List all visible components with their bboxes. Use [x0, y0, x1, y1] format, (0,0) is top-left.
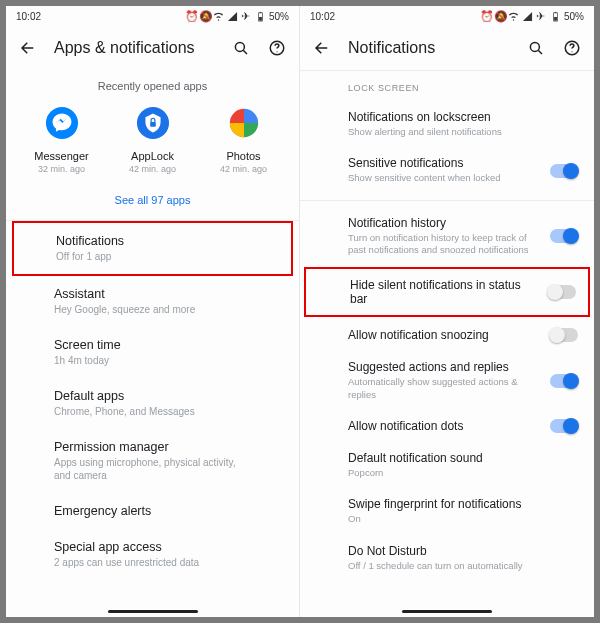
row-label: Special app access: [54, 540, 251, 554]
row-swipe-fingerprint[interactable]: Swipe fingerprint for notifications On: [300, 488, 594, 534]
svg-point-5: [276, 51, 277, 52]
toggle-notification-history[interactable]: [550, 229, 578, 243]
app-name: AppLock: [131, 150, 174, 162]
divider: [300, 200, 594, 201]
svg-rect-8: [150, 122, 156, 127]
app-sub: 42 min. ago: [129, 164, 176, 174]
see-all-apps-link[interactable]: See all 97 apps: [6, 180, 299, 220]
row-sub: Off / 1 schedule can turn on automatical…: [348, 560, 568, 572]
row-notification-dots[interactable]: Allow notification dots: [300, 410, 594, 442]
search-icon[interactable]: [231, 38, 251, 58]
recent-app-photos[interactable]: Photos 42 min. ago: [204, 106, 284, 174]
nav-pill[interactable]: [402, 610, 492, 613]
row-sub: 1h 4m today: [54, 354, 251, 367]
app-bar: Notifications: [300, 26, 594, 70]
row-label: Default apps: [54, 389, 251, 403]
row-label: Hide silent notifications in status bar: [350, 278, 538, 306]
pane-notifications: 10:02 ⏰ 🔕 ✈ 50% Notifications: [300, 6, 594, 617]
nav-pill[interactable]: [108, 610, 198, 613]
signal-icon: [522, 11, 533, 22]
row-screen-time[interactable]: Screen time 1h 4m today: [6, 327, 299, 378]
status-icons: ⏰ 🔕 ✈ 50%: [185, 11, 289, 22]
row-notifications[interactable]: Notifications Off for 1 app: [14, 223, 291, 274]
svg-rect-1: [260, 11, 262, 12]
row-label: Swipe fingerprint for notifications: [348, 497, 568, 511]
alarm-icon: ⏰: [480, 11, 491, 22]
row-default-apps[interactable]: Default apps Chrome, Phone, and Messages: [6, 378, 299, 429]
toggle-hide-silent-notifications[interactable]: [548, 285, 576, 299]
row-label: Sensitive notifications: [348, 156, 540, 170]
row-suggested-actions[interactable]: Suggested actions and replies Automatica…: [300, 351, 594, 410]
svg-rect-2: [259, 16, 262, 20]
row-label: Notifications on lockscreen: [348, 110, 568, 124]
row-sub: Off for 1 app: [56, 250, 243, 263]
help-icon[interactable]: [267, 38, 287, 58]
row-label: Screen time: [54, 338, 251, 352]
toggle-sensitive-notifications[interactable]: [550, 164, 578, 178]
svg-point-3: [235, 42, 244, 51]
page-title: Notifications: [348, 39, 510, 57]
page-title: Apps & notifications: [54, 39, 215, 57]
row-sub: Hey Google, squeeze and more: [54, 303, 251, 316]
highlight-box: Hide silent notifications in status bar: [304, 267, 590, 317]
row-sub: Automatically show suggested actions & r…: [348, 376, 540, 401]
wifi-icon: [213, 11, 224, 22]
row-notification-history[interactable]: Notification history Turn on notificatio…: [300, 207, 594, 266]
row-permission-manager[interactable]: Permission manager Apps using microphone…: [6, 429, 299, 493]
recent-app-messenger[interactable]: Messenger 32 min. ago: [22, 106, 102, 174]
help-icon[interactable]: [562, 38, 582, 58]
row-do-not-disturb[interactable]: Do Not Disturb Off / 1 schedule can turn…: [300, 535, 594, 581]
highlight-box: Notifications Off for 1 app: [12, 221, 293, 276]
back-icon[interactable]: [312, 38, 332, 58]
toggle-notification-dots[interactable]: [550, 419, 578, 433]
app-name: Messenger: [34, 150, 88, 162]
photos-icon: [227, 106, 261, 140]
row-special-app-access[interactable]: Special app access 2 apps can use unrest…: [6, 529, 299, 580]
row-label: Assistant: [54, 287, 251, 301]
row-label: Permission manager: [54, 440, 251, 454]
status-bar: 10:02 ⏰ 🔕 ✈ 50%: [6, 6, 299, 26]
row-assistant[interactable]: Assistant Hey Google, squeeze and more: [6, 276, 299, 327]
search-icon[interactable]: [526, 38, 546, 58]
status-time: 10:02: [310, 11, 335, 22]
row-sub: Popcorn: [348, 467, 568, 479]
recent-apps-row: Messenger 32 min. ago AppLock 42 min. ag…: [6, 98, 299, 180]
row-emergency-alerts[interactable]: Emergency alerts: [6, 493, 299, 529]
row-hide-silent-notifications[interactable]: Hide silent notifications in status bar: [306, 269, 588, 315]
row-label: Emergency alerts: [54, 504, 251, 518]
row-label: Default notification sound: [348, 451, 568, 465]
toggle-allow-snoozing[interactable]: [550, 328, 578, 342]
status-time: 10:02: [16, 11, 41, 22]
recent-apps-caption: Recently opened apps: [6, 70, 299, 98]
row-label: Suggested actions and replies: [348, 360, 540, 374]
battery-pct: 50%: [269, 11, 289, 22]
row-sub: Turn on notification history to keep tra…: [348, 232, 540, 257]
row-default-sound[interactable]: Default notification sound Popcorn: [300, 442, 594, 488]
alarm-icon: ⏰: [185, 11, 196, 22]
back-icon[interactable]: [18, 38, 38, 58]
airplane-icon: ✈: [241, 11, 252, 22]
row-label: Allow notification snoozing: [348, 328, 540, 342]
row-sub: Chrome, Phone, and Messages: [54, 405, 251, 418]
airplane-icon: ✈: [536, 11, 547, 22]
wifi-icon: [508, 11, 519, 22]
row-label: Allow notification dots: [348, 419, 540, 433]
status-bar: 10:02 ⏰ 🔕 ✈ 50%: [300, 6, 594, 26]
row-sub: On: [348, 513, 568, 525]
recent-app-applock[interactable]: AppLock 42 min. ago: [113, 106, 193, 174]
battery-icon: [255, 11, 266, 22]
svg-point-12: [530, 42, 539, 51]
row-sensitive-notifications[interactable]: Sensitive notifications Show sensitive c…: [300, 147, 594, 193]
status-icons: ⏰ 🔕 ✈ 50%: [480, 11, 584, 22]
toggle-suggested-actions[interactable]: [550, 374, 578, 388]
row-notifications-on-lockscreen[interactable]: Notifications on lockscreen Show alertin…: [300, 101, 594, 147]
row-sub: Apps using microphone, physical activity…: [54, 456, 251, 482]
mute-icon: 🔕: [494, 11, 505, 22]
row-label: Notifications: [56, 234, 243, 248]
svg-rect-10: [555, 11, 557, 12]
row-allow-snoozing[interactable]: Allow notification snoozing: [300, 319, 594, 351]
signal-icon: [227, 11, 238, 22]
settings-list: Notifications Off for 1 app Assistant He…: [6, 221, 299, 580]
battery-icon: [550, 11, 561, 22]
app-bar: Apps & notifications: [6, 26, 299, 70]
